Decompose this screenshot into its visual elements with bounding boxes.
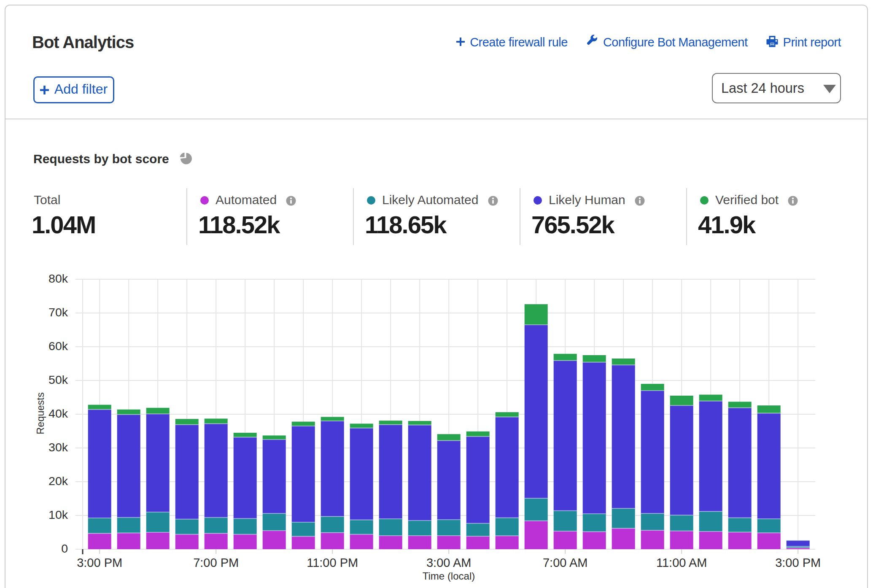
svg-text:50k: 50k (48, 373, 68, 386)
svg-text:11:00 PM: 11:00 PM (307, 556, 358, 569)
svg-text:Requests: Requests (35, 392, 46, 434)
svg-text:7:00 AM: 7:00 AM (543, 556, 587, 569)
svg-text:30k: 30k (48, 440, 68, 454)
svg-text:11:00 AM: 11:00 AM (656, 556, 707, 569)
svg-text:60k: 60k (48, 339, 68, 353)
svg-text:Time (local): Time (local) (423, 570, 475, 582)
svg-text:10k: 10k (48, 508, 68, 521)
svg-text:20k: 20k (48, 474, 68, 488)
svg-text:70k: 70k (48, 305, 68, 319)
svg-text:7:00 PM: 7:00 PM (193, 556, 239, 569)
svg-text:80k: 80k (48, 272, 68, 285)
svg-text:3:00 PM: 3:00 PM (775, 556, 821, 569)
svg-text:3:00 PM: 3:00 PM (77, 556, 122, 569)
svg-text:40k: 40k (48, 407, 68, 420)
svg-text:3:00 AM: 3:00 AM (426, 556, 471, 569)
svg-text:0: 0 (61, 542, 68, 555)
